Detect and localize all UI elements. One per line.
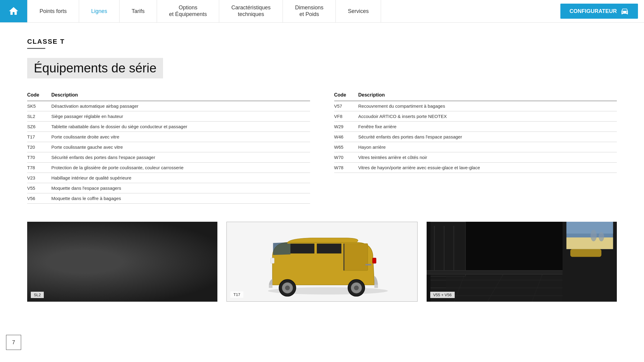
row-description: Sécurité enfants des portes dans l'espac… bbox=[358, 132, 617, 142]
svg-rect-31 bbox=[373, 258, 376, 263]
row-description: Moquette dans l'espace passagers bbox=[51, 183, 310, 193]
svg-rect-17 bbox=[27, 300, 217, 302]
svg-rect-9 bbox=[113, 222, 155, 272]
svg-point-19 bbox=[111, 280, 157, 296]
table-row: V56 Moquette dans le coffre à bagages bbox=[27, 193, 310, 204]
svg-point-29 bbox=[354, 285, 359, 290]
table-row: T17 Porte coulissante droite avec vitre bbox=[27, 132, 310, 142]
row-code: T70 bbox=[27, 152, 51, 163]
row-code: W70 bbox=[334, 152, 358, 163]
table-left: Code Description SK5 Désactivation autom… bbox=[27, 91, 310, 204]
table-row: V55 Moquette dans l'espace passagers bbox=[27, 183, 310, 193]
row-description: Fenêtre fixe arrière bbox=[358, 122, 617, 132]
configurateur-button[interactable]: CONFIGURATEUR bbox=[560, 4, 638, 19]
row-code: V56 bbox=[27, 193, 51, 204]
home-button[interactable] bbox=[0, 0, 27, 22]
row-description: Porte coulissante droite avec vitre bbox=[51, 132, 310, 142]
nav-dimensions[interactable]: Dimensions et Poids bbox=[283, 0, 336, 22]
row-code: V57 bbox=[334, 101, 358, 111]
image-v55-v56-label: V55 + V56 bbox=[430, 292, 455, 298]
row-code: T20 bbox=[27, 142, 51, 152]
row-code: W65 bbox=[334, 142, 358, 152]
row-code: W29 bbox=[334, 122, 358, 132]
table-left-col2-header: Description bbox=[51, 91, 310, 101]
section-divider bbox=[27, 48, 45, 49]
navbar: Points forts Lignes Tarifs Options et Éq… bbox=[0, 0, 644, 23]
tables-row: Code Description SK5 Désactivation autom… bbox=[27, 91, 617, 204]
svg-rect-15 bbox=[95, 265, 107, 300]
table-row: SL2 Siège passager réglable en hauteur bbox=[27, 111, 310, 122]
svg-rect-51 bbox=[566, 222, 613, 233]
row-code: VF8 bbox=[334, 111, 358, 122]
svg-rect-30 bbox=[271, 258, 274, 263]
svg-rect-8 bbox=[109, 222, 159, 292]
row-description: Désactivation automatique airbag passage… bbox=[51, 101, 310, 111]
svg-point-54 bbox=[599, 232, 604, 241]
svg-point-53 bbox=[591, 230, 597, 241]
svg-rect-14 bbox=[109, 286, 163, 302]
row-code: V23 bbox=[27, 173, 51, 183]
row-description: Porte coulissante gauche avec vitre bbox=[51, 142, 310, 152]
table-row: W29 Fenêtre fixe arrière bbox=[334, 122, 617, 132]
svg-rect-52 bbox=[566, 237, 613, 249]
nav-options[interactable]: Options et Équipements bbox=[157, 0, 219, 22]
row-code: V55 bbox=[27, 183, 51, 193]
svg-rect-1 bbox=[39, 222, 89, 292]
svg-rect-47 bbox=[427, 222, 431, 302]
svg-rect-43 bbox=[427, 222, 466, 276]
table-row: T20 Porte coulissante gauche avec vitre bbox=[27, 142, 310, 152]
table-row: W65 Hayon arrière bbox=[334, 142, 617, 152]
image-t17: T17 bbox=[226, 222, 417, 302]
equipements-label: Équipements de série bbox=[27, 58, 163, 78]
row-description: Habillage intérieur de qualité supérieur… bbox=[51, 173, 310, 183]
table-row: V23 Habillage intérieur de qualité supér… bbox=[27, 173, 310, 183]
table-row: W70 Vitres teintées arrière et côtés noi… bbox=[334, 152, 617, 163]
home-icon bbox=[8, 6, 19, 17]
section-title: CLASSE T bbox=[27, 38, 617, 46]
image-sl2: SL2 bbox=[27, 222, 217, 302]
table-row: SK5 Désactivation automatique airbag pas… bbox=[27, 101, 310, 111]
nav-lignes[interactable]: Lignes bbox=[79, 0, 120, 22]
page-number: 7 bbox=[6, 335, 21, 350]
image-sl2-label: SL2 bbox=[31, 292, 44, 298]
row-description: Protection de la glissière de porte coul… bbox=[51, 163, 310, 173]
row-description: Sécurité enfants des portes dans l'espac… bbox=[51, 152, 310, 163]
row-code: SZ6 bbox=[27, 122, 51, 132]
image-t17-label: T17 bbox=[230, 291, 243, 298]
svg-point-26 bbox=[285, 285, 290, 290]
nav-points-forts[interactable]: Points forts bbox=[27, 0, 79, 22]
row-description: Vitres teintées arrière et côtés noir bbox=[358, 152, 617, 163]
image-v55-v56: V55 + V56 bbox=[427, 222, 617, 302]
svg-rect-23 bbox=[344, 243, 344, 270]
svg-rect-55 bbox=[570, 249, 601, 257]
row-description: Siège passager réglable en hauteur bbox=[51, 111, 310, 122]
car-icon bbox=[620, 7, 629, 15]
nav-tarifs[interactable]: Tarifs bbox=[120, 0, 157, 22]
row-description: Hayon arrière bbox=[358, 142, 617, 152]
table-row: VF8 Accoudoir ARTICO & inserts porte NEO… bbox=[334, 111, 617, 122]
svg-rect-0 bbox=[27, 222, 217, 302]
table-row: T70 Sécurité enfants des portes dans l'e… bbox=[27, 152, 310, 163]
svg-rect-7 bbox=[39, 286, 93, 302]
row-description: Vitres de hayon/porte arrière avec essui… bbox=[358, 163, 617, 173]
nav-services[interactable]: Services bbox=[336, 0, 381, 22]
svg-rect-32 bbox=[365, 264, 371, 265]
row-code: W78 bbox=[334, 163, 358, 173]
row-description: Recouvrement du compartiment à bagages bbox=[358, 101, 617, 111]
table-row: V57 Recouvrement du compartiment à bagag… bbox=[334, 101, 617, 111]
page-content: CLASSE T Équipements de série Code Descr… bbox=[0, 23, 644, 320]
row-description: Moquette dans le coffre à bagages bbox=[51, 193, 310, 204]
row-code: W46 bbox=[334, 132, 358, 142]
nav-caract[interactable]: Caractéristiques techniques bbox=[219, 0, 283, 22]
row-description: Tablette rabattable dans le dossier du s… bbox=[51, 122, 310, 132]
svg-rect-22 bbox=[344, 243, 368, 270]
table-right-col1-header: Code bbox=[334, 91, 358, 101]
images-row: SL2 bbox=[27, 222, 617, 302]
row-code: SL2 bbox=[27, 111, 51, 122]
nav-items: Points forts Lignes Tarifs Options et Éq… bbox=[27, 0, 554, 22]
row-code: T78 bbox=[27, 163, 51, 173]
table-row: W78 Vitres de hayon/porte arrière avec e… bbox=[334, 163, 617, 173]
table-row: T78 Protection de la glissière de porte … bbox=[27, 163, 310, 173]
svg-rect-2 bbox=[43, 226, 85, 272]
row-description: Accoudoir ARTICO & inserts porte NEOTEX bbox=[358, 111, 617, 122]
